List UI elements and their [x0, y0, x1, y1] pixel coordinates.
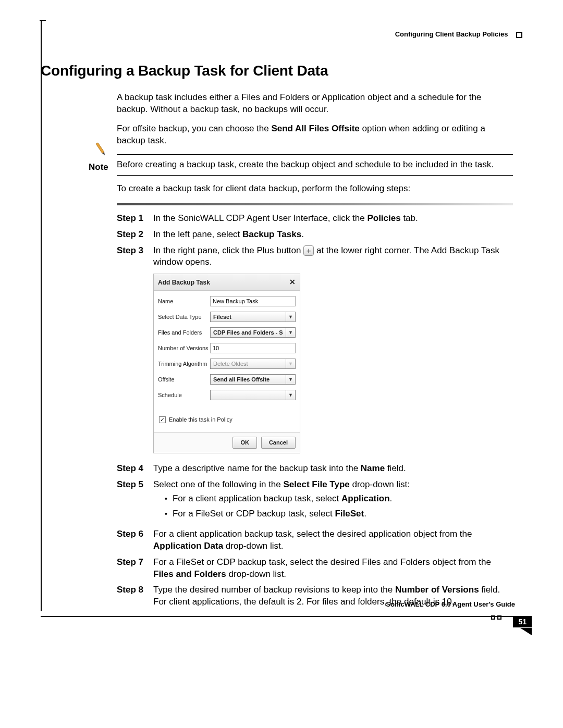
- lead-text: To create a backup task for client data …: [117, 183, 513, 195]
- dialog-titlebar: Add Backup Task ✕: [154, 274, 300, 291]
- running-header: Configuring Client Backup Policies: [395, 30, 522, 38]
- label-versions: Number of Versions: [158, 344, 210, 352]
- select-trimming[interactable]: Delete Oldest ▼: [210, 359, 296, 369]
- header-square-icon: [516, 32, 522, 38]
- enable-checkbox[interactable]: ✓: [159, 416, 166, 423]
- ok-button[interactable]: OK: [232, 437, 257, 449]
- intro-p1: A backup task includes either a Files an…: [117, 92, 513, 116]
- chevron-down-icon: ▼: [286, 359, 295, 368]
- step-3: Step 3 In the right pane, click the Plus…: [153, 245, 513, 269]
- pencil-icon: [95, 142, 107, 156]
- step-1: Step 1 In the SonicWALL CDP Agent User I…: [153, 213, 513, 225]
- note-text: Before creating a backup task, create th…: [117, 155, 513, 175]
- footer-guide-title: SonicWALL CDP 6.0 Agent User's Guide: [386, 600, 515, 608]
- bullet-application: For a client application backup task, se…: [165, 493, 513, 505]
- bullet-fileset: For a FileSet or CDP backup task, select…: [165, 508, 513, 520]
- section-rule: [117, 203, 513, 205]
- step-5: Step 5 Select one of the following in th…: [153, 479, 513, 524]
- plus-icon: +: [303, 245, 314, 256]
- add-backup-task-dialog: Add Backup Task ✕ Name Select Data Type …: [153, 274, 300, 453]
- close-icon[interactable]: ✕: [289, 277, 296, 287]
- page-number: 51: [513, 616, 532, 627]
- header-section-title: Configuring Client Backup Policies: [395, 30, 508, 38]
- step-2: Step 2 In the left pane, select Backup T…: [153, 229, 513, 241]
- enable-checkbox-label: Enable this task in Policy: [169, 416, 232, 424]
- label-schedule: Schedule: [158, 391, 210, 399]
- name-input[interactable]: [211, 297, 295, 306]
- note-block: Note Before creating a backup task, crea…: [117, 154, 513, 176]
- page-title: Configuring a Backup Task for Client Dat…: [41, 63, 522, 79]
- footer-wedge-icon: [520, 628, 532, 635]
- step-4: Step 4 Type a descriptive name for the b…: [153, 463, 513, 475]
- chevron-down-icon: ▼: [286, 312, 295, 322]
- label-name: Name: [158, 298, 210, 305]
- step-7: Step 7 For a FileSet or CDP backup task,…: [153, 557, 513, 581]
- chevron-down-icon: ▼: [286, 375, 295, 384]
- main-content: Configuring a Backup Task for Client Dat…: [41, 63, 522, 612]
- chevron-down-icon: ▼: [286, 390, 295, 400]
- select-files-folders[interactable]: CDP Files and Folders - S ▼: [210, 327, 296, 338]
- cancel-button[interactable]: Cancel: [261, 437, 296, 449]
- chevron-down-icon: ▼: [286, 328, 295, 337]
- dialog-title-text: Add Backup Task: [158, 278, 210, 287]
- intro-p2: For offsite backup, you can choose the S…: [117, 123, 513, 147]
- label-trimming: Trimming Algorithm: [158, 360, 210, 368]
- versions-input[interactable]: [211, 343, 295, 353]
- label-data-type: Select Data Type: [158, 313, 210, 321]
- note-label: Note: [89, 162, 108, 174]
- select-data-type[interactable]: Fileset ▼: [210, 312, 296, 322]
- step-6: Step 6 For a client application backup t…: [153, 528, 513, 552]
- label-offsite: Offsite: [158, 376, 210, 384]
- select-offsite[interactable]: Send all Files Offsite ▼: [210, 374, 296, 385]
- select-schedule[interactable]: ▼: [210, 390, 296, 400]
- label-files-folders: Files and Folders: [158, 329, 210, 337]
- footer-rule: [41, 616, 522, 617]
